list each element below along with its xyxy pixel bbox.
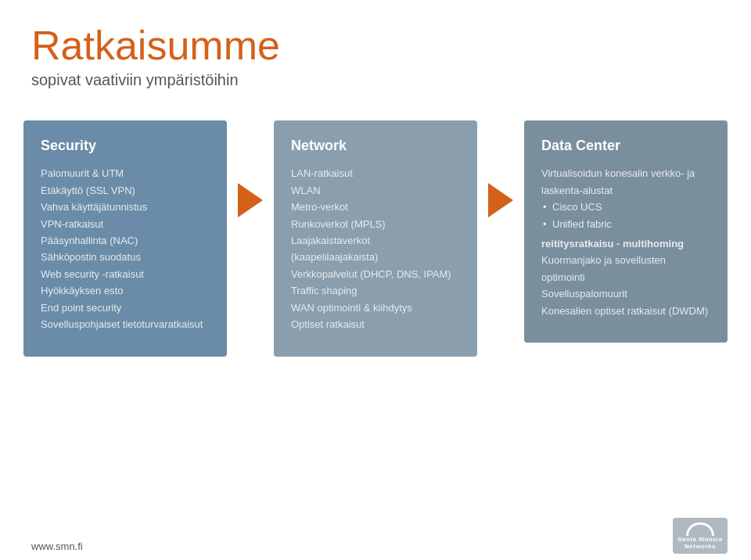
network-item-4: Runkoverkot (MPLS) <box>291 216 460 232</box>
datacenter-card-title: Data Center <box>541 138 710 154</box>
arrow-1-container <box>235 183 266 217</box>
logo-arc-icon <box>686 522 714 536</box>
datacenter-item2-3: Konesalien optiset ratkaisut (DWDM) <box>541 303 710 319</box>
network-item-8: WAN optimointi & kiihdytys <box>291 300 460 316</box>
main-title: Ratkaisumme <box>31 23 720 68</box>
network-card: Network LAN-ratkaisut WLAN Metro-verkot … <box>274 120 477 356</box>
datacenter-card: Data Center Virtualisoidun konesalin ver… <box>524 120 728 343</box>
logo-area: Santa MonicaNetworks <box>673 518 728 554</box>
network-item-7: Traffic shaping <box>291 282 460 299</box>
security-card-title: Security <box>41 138 210 154</box>
logo-text: Santa MonicaNetworks <box>677 536 723 551</box>
page-wrapper: Ratkaisumme sopivat vaativiin ympäristöi… <box>0 0 751 560</box>
security-item-10: Sovelluspohjaiset tietoturvaratkaisut <box>41 316 210 332</box>
cards-row: Security Palomuurit & UTM Etäkäyttö (SSL… <box>0 120 751 356</box>
security-item-4: VPN-ratkaisut <box>41 216 210 232</box>
security-item-3: Vahva käyttäjätunnistus <box>41 199 210 215</box>
security-card: Security Palomuurit & UTM Etäkäyttö (SSL… <box>23 120 227 356</box>
datacenter-item2-2: Sovelluspalomuurit <box>541 285 710 302</box>
sub-title: sopivat vaativiin ympäristöihin <box>31 71 720 89</box>
arrow-2-container <box>485 183 516 217</box>
datacenter-bullet-2: Unified fabric <box>541 216 710 232</box>
network-item-3: Metro-verkot <box>291 199 460 215</box>
security-item-9: End point security <box>41 300 210 316</box>
security-item-2: Etäkäyttö (SSL VPN) <box>41 182 210 199</box>
security-item-7: Web security -ratkaisut <box>41 266 210 282</box>
arrow-2-icon <box>488 183 513 217</box>
network-item-6: Verkkopalvelut (DHCP, DNS, IPAM) <box>291 266 460 282</box>
network-item-5: Laajakaistaverkot (kaapelilaajakaista) <box>291 232 460 266</box>
security-item-8: Hyökkäyksen esto <box>41 282 210 299</box>
datacenter-section2: reititysratkaisu - multihoming <box>541 235 710 252</box>
logo-box: Santa MonicaNetworks <box>673 518 728 554</box>
network-item-1: LAN-ratkaisut <box>291 165 460 181</box>
website-link[interactable]: www.smn.fi <box>31 540 83 552</box>
gradient-overlay <box>0 451 751 560</box>
arrow-1-icon <box>238 183 263 217</box>
network-item-9: Optiset ratkaisut <box>291 316 460 332</box>
security-item-6: Sähköpostin suodatus <box>41 249 210 265</box>
network-item-2: WLAN <box>291 182 460 199</box>
security-item-5: Pääsynhallinta (NAC) <box>41 232 210 249</box>
datacenter-intro: Virtualisoidun konesalin verkko- ja lask… <box>541 165 710 199</box>
security-item-1: Palomuurit & UTM <box>41 165 210 181</box>
header: Ratkaisumme sopivat vaativiin ympäristöi… <box>0 0 751 105</box>
datacenter-item2-1: Kuormanjako ja sovellusten optimointi <box>541 252 710 285</box>
footer: www.smn.fi <box>31 540 83 552</box>
network-card-title: Network <box>291 138 460 154</box>
datacenter-bullet-1: Cisco UCS <box>541 199 710 215</box>
